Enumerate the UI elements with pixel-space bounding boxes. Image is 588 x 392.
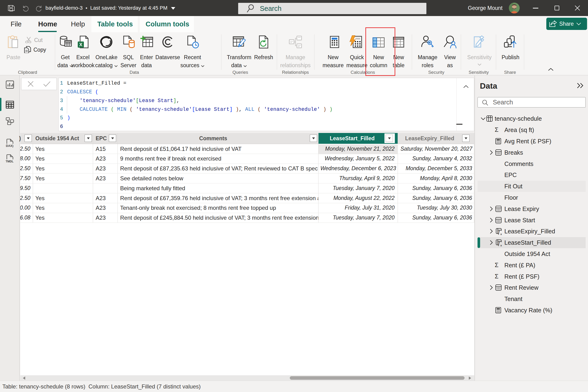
- svg-text:DAX): DAX): [6, 144, 13, 148]
- svg-text:TMDL: TMDL: [6, 160, 13, 163]
- svg-text:x: x: [500, 232, 502, 235]
- svg-text:f: f: [498, 229, 500, 235]
- svg-text:X: X: [79, 42, 82, 47]
- svg-text:x: x: [500, 244, 502, 246]
- svg-text:f: f: [498, 240, 500, 246]
